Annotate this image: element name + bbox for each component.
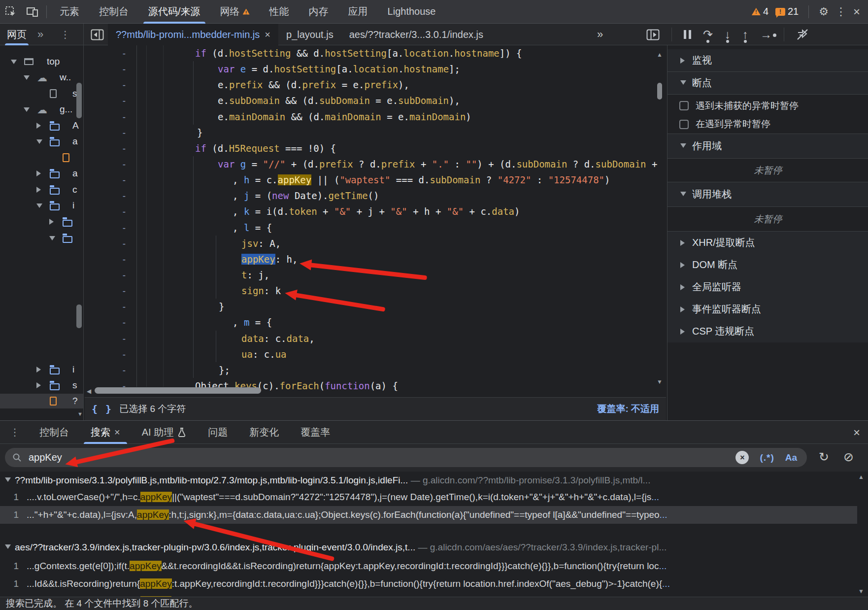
result-file-header[interactable]: aes/??tracker/3.3.9/index.js,tracker-plu… xyxy=(0,540,857,555)
editor-scroll-up-icon[interactable]: ▲ xyxy=(657,51,663,58)
result-match-row[interactable]: 1..."+h+"&"+c.data),l={jsv:A,appKey:h,t:… xyxy=(0,506,857,524)
results-scroll-up-icon[interactable]: ▲ xyxy=(858,474,864,480)
device-toolbar-icon[interactable] xyxy=(22,0,43,24)
breakpoint-gutter-cell[interactable]: - xyxy=(119,267,129,283)
panel-tab-元素[interactable]: 元素 xyxy=(50,0,89,24)
tree-item-top[interactable]: top xyxy=(0,54,84,69)
sidebar-scroll-down-icon[interactable]: ▼ xyxy=(77,411,83,417)
section-CSP 违规断点[interactable]: CSP 违规断点 xyxy=(668,320,868,342)
breakpoint-option[interactable]: 遇到未捕获的异常时暂停 xyxy=(668,97,868,115)
settings-gear-icon[interactable]: ⚙ xyxy=(819,6,829,17)
breakpoint-gutter-cell[interactable]: - xyxy=(119,125,129,140)
result-file-header[interactable]: ??mtb/lib-promise/3.1.3/polyfillB.js,mtb… xyxy=(0,473,857,488)
tree-item-a[interactable]: a xyxy=(0,134,84,149)
chevron-right-icon[interactable] xyxy=(680,329,685,335)
tree-item-A[interactable]: A xyxy=(0,118,84,133)
breakpoint-gutter-cell[interactable]: - xyxy=(119,61,129,77)
breakpoint-gutter-cell[interactable]: - xyxy=(119,45,129,61)
breakpoint-gutter-cell[interactable]: - xyxy=(119,172,129,188)
toggle-debugger-sidebar-icon[interactable] xyxy=(646,29,660,40)
drawer-tab-覆盖率[interactable]: 覆盖率 xyxy=(290,421,341,444)
chevron-down-icon[interactable] xyxy=(24,75,30,80)
file-tab[interactable]: p_layout.js xyxy=(278,24,341,45)
pretty-print-icon[interactable]: { } xyxy=(92,403,112,415)
chevron-right-icon[interactable] xyxy=(36,367,41,373)
tree-item-a[interactable]: a xyxy=(0,166,84,181)
drawer-tab-搜索[interactable]: 搜索× xyxy=(80,421,131,444)
chevron-right-icon[interactable] xyxy=(680,306,685,312)
file-tab[interactable]: aes/??tracker/3...3.0.1/index.js xyxy=(341,24,491,45)
breakpoint-gutter-cell[interactable]: - xyxy=(119,236,129,251)
sidebar-scrollbar-thumb[interactable] xyxy=(76,305,82,328)
regex-toggle[interactable]: (.*) xyxy=(760,452,774,463)
section-XHR/提取断点[interactable]: XHR/提取断点 xyxy=(668,232,868,254)
chevron-down-icon[interactable] xyxy=(5,477,11,482)
chevron-down-icon[interactable] xyxy=(680,143,686,148)
tree-item-s[interactable]: s xyxy=(0,378,84,393)
drawer-tab-控制台[interactable]: 控制台 xyxy=(29,421,80,444)
drawer-tab-新变化[interactable]: 新变化 xyxy=(238,421,290,444)
panel-tab-控制台[interactable]: 控制台 xyxy=(89,0,138,24)
tree-item[interactable] xyxy=(0,214,84,229)
panel-tab-Lighthouse[interactable]: Lighthouse xyxy=(378,0,446,24)
file-tab[interactable]: ??mtb/lib-promi...mbedder-min.js× xyxy=(108,24,278,45)
breakpoint-gutter-cell[interactable]: - xyxy=(119,188,129,203)
chevron-down-icon[interactable] xyxy=(36,203,42,208)
tree-item[interactable] xyxy=(0,150,84,165)
refresh-search-icon[interactable]: ↻ xyxy=(819,450,829,464)
chevron-right-icon[interactable] xyxy=(49,219,54,225)
result-match-row[interactable]: 1...Id&&t.isRecording)return{appKey:t.ap… xyxy=(0,575,857,593)
kebab-menu-icon[interactable]: ⋮ xyxy=(835,6,846,17)
chevron-right-icon[interactable] xyxy=(680,284,685,290)
step-out-icon[interactable]: ↑ xyxy=(742,29,748,40)
chevron-right-icon[interactable] xyxy=(680,240,685,246)
breakpoint-gutter-cell[interactable]: - xyxy=(119,156,129,172)
panel-tab-应用[interactable]: 应用 xyxy=(338,0,378,24)
tree-item-w..[interactable]: ☁w.. xyxy=(0,70,84,85)
breakpoint-gutter-cell[interactable]: - xyxy=(119,203,129,219)
clear-search-icon[interactable]: × xyxy=(735,451,749,464)
chevron-down-icon[interactable] xyxy=(5,544,11,549)
step-over-icon[interactable]: ↷ xyxy=(703,29,713,40)
chevron-down-icon[interactable] xyxy=(24,107,30,112)
chevron-right-icon[interactable] xyxy=(36,187,41,193)
breakpoint-gutter-cell[interactable]: - xyxy=(119,283,129,299)
tree-item[interactable] xyxy=(0,231,84,245)
tree-item-g...[interactable]: ☁g... xyxy=(0,102,84,117)
tree-item-i[interactable]: i xyxy=(0,198,84,213)
breakpoint-gutter-cell[interactable]: - xyxy=(119,220,129,236)
results-scroll-down-icon[interactable]: ▼ xyxy=(858,588,864,595)
breakpoint-gutter-cell[interactable]: - xyxy=(119,109,129,125)
section-断点[interactable]: 断点 xyxy=(668,72,868,95)
close-devtools-icon[interactable]: × xyxy=(853,6,860,18)
breakpoint-gutter-cell[interactable]: - xyxy=(119,251,129,267)
chevron-right-icon[interactable] xyxy=(680,58,685,64)
section-作用域[interactable]: 作用域 xyxy=(668,134,868,159)
tab-page[interactable]: 网页 xyxy=(7,24,27,45)
navigator-more-tabs-icon[interactable]: » xyxy=(37,28,43,41)
step-icon[interactable]: → xyxy=(760,29,772,40)
editor-scrollbar-thumb[interactable] xyxy=(657,83,662,100)
checkbox[interactable] xyxy=(679,120,689,129)
close-tab-icon[interactable]: × xyxy=(114,427,120,438)
chevron-right-icon[interactable] xyxy=(36,382,41,388)
breakpoint-gutter-cell[interactable]: - xyxy=(119,314,129,330)
close-drawer-icon[interactable]: × xyxy=(853,426,860,440)
section-事件监听器断点[interactable]: 事件监听器断点 xyxy=(668,298,868,320)
chevron-down-icon[interactable] xyxy=(11,60,17,64)
result-match-row[interactable]: 1...ecording)return{appKey:t.appKey,reco… xyxy=(0,593,857,597)
breakpoint-gutter-cell[interactable]: - xyxy=(119,77,129,93)
clear-results-icon[interactable]: ⊘ xyxy=(843,450,854,464)
result-match-row[interactable]: 1....v.toLowerCase()+"/",h=c.appKey||("w… xyxy=(0,488,857,506)
deactivate-breakpoints-icon[interactable] xyxy=(796,28,809,41)
navigator-kebab-icon[interactable]: ⋮ xyxy=(60,29,70,40)
file-tabs-overflow-icon[interactable]: » xyxy=(597,24,603,45)
close-tab-icon[interactable]: × xyxy=(265,29,270,40)
tree-item-?[interactable]: ? xyxy=(0,394,84,408)
chevron-right-icon[interactable] xyxy=(680,262,685,268)
result-match-row[interactable]: 1...gContexts.get(e[0]);if(t.appKey&&t.r… xyxy=(0,557,857,575)
breakpoint-gutter-cell[interactable]: - xyxy=(119,140,129,156)
drawer-tab-问题[interactable]: 问题 xyxy=(197,421,238,444)
panel-tab-性能[interactable]: 性能 xyxy=(260,0,299,24)
section-DOM 断点[interactable]: DOM 断点 xyxy=(668,254,868,276)
